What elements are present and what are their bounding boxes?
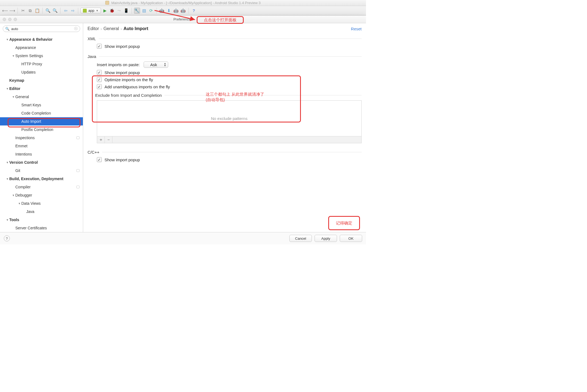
nav-build[interactable]: ▼Build, Execution, Deployment <box>0 175 83 183</box>
annotation-check-three-text-a: 这三个都勾上 从此世界就清净了 <box>206 92 264 97</box>
preferences-sidebar: 🔍 ⓧ ▼Appearance & Behavior Appearance ▼S… <box>0 23 83 232</box>
java-file-icon <box>105 1 109 5</box>
settings-content: XML ✓ Show import popup Java Insert impo… <box>83 34 366 232</box>
optimize-fly-label: Optimize imports on the fly <box>104 77 153 82</box>
avd-icon[interactable]: 🤖 <box>159 8 165 14</box>
nav-inspections[interactable]: Inspections <box>0 134 83 142</box>
nav-keymap[interactable]: Keymap <box>0 76 83 84</box>
optimize-fly-row[interactable]: ✓ Optimize imports on the fly <box>97 77 362 82</box>
copy-icon[interactable]: ⧉ <box>27 8 33 14</box>
traffic-lights[interactable] <box>3 18 17 21</box>
annotation-check-three-text-b: (自动导包) <box>206 97 225 103</box>
checkbox-checked-icon[interactable]: ✓ <box>97 44 102 49</box>
checkbox-checked-icon[interactable]: ✓ <box>97 70 102 75</box>
help-icon[interactable]: ? <box>191 8 197 14</box>
preferences-title: Preferences <box>173 17 193 21</box>
footer-help-icon[interactable]: ? <box>4 235 10 241</box>
nav-emmet[interactable]: Emmet <box>0 142 83 150</box>
device-icon[interactable]: 📱 <box>123 8 129 14</box>
zoom-out-icon[interactable]: 🔍 <box>52 8 58 14</box>
checkbox-checked-icon[interactable]: ✓ <box>97 84 102 89</box>
settings-wrench-icon[interactable]: 🔧 <box>134 8 140 14</box>
nav-editor[interactable]: ▼Editor <box>0 84 83 93</box>
nav-back-icon[interactable]: ⇦ <box>63 8 69 14</box>
ccpp-group-header: C/C++ <box>88 150 362 154</box>
run-config-select[interactable]: app ▼ <box>80 8 101 13</box>
app-titlebar: MainActivity.java - MyApplication - [~/D… <box>0 0 366 6</box>
apply-button[interactable]: Apply <box>315 235 337 242</box>
insert-paste-label: Insert imports on paste: <box>97 62 140 67</box>
android-icon <box>83 9 87 13</box>
debug-icon[interactable]: 🐞 <box>109 8 115 14</box>
project-structure-icon[interactable]: ▤ <box>141 8 147 14</box>
cancel-button[interactable]: Cancel <box>289 235 312 242</box>
nav-compiler[interactable]: Compiler <box>0 183 83 191</box>
nav-java[interactable]: Java <box>0 207 83 216</box>
preferences-window: Preferences 🔍 ⓧ ▼Appearance & Behavior A… <box>0 15 366 244</box>
sync-icon[interactable]: ⟳ <box>148 8 154 14</box>
java-show-popup-row[interactable]: ✓ Show import popup <box>97 70 362 75</box>
search-icon: 🔍 <box>5 27 10 31</box>
preferences-footer: ? Cancel Apply OK <box>0 232 366 244</box>
remove-exclude-button[interactable]: － <box>105 136 112 143</box>
nav-tools[interactable]: ▼Tools <box>0 216 83 224</box>
nav-git[interactable]: Git <box>0 166 83 175</box>
cut-icon[interactable]: ✂ <box>20 8 26 14</box>
preferences-titlebar: Preferences <box>0 16 366 23</box>
nav-general[interactable]: ▼General <box>0 93 83 101</box>
window-title: MainActivity.java - MyApplication - [~/D… <box>111 1 261 5</box>
java-group-header: Java <box>88 54 362 59</box>
add-exclude-button[interactable]: ＋ <box>97 136 105 143</box>
ccpp-show-popup-row[interactable]: ✓ Show import popup <box>97 157 362 162</box>
java-show-popup-label: Show import popup <box>104 70 140 75</box>
nav-auto-import[interactable]: Auto Import <box>0 117 83 125</box>
breadcrumb-general[interactable]: General <box>103 26 119 31</box>
search-input[interactable] <box>11 27 72 31</box>
exclude-empty-text: No exclude patterns <box>97 101 361 136</box>
run-icon[interactable]: ▶ <box>102 8 108 14</box>
profiler-icon[interactable]: ⤳ <box>116 8 122 14</box>
nav-code-completion[interactable]: Code Completion <box>0 109 83 117</box>
ccpp-show-popup-label: Show import popup <box>104 157 140 162</box>
chevron-down-icon: ▼ <box>96 9 98 12</box>
nav-data-views[interactable]: ▼Data Views <box>0 199 83 207</box>
chevron-right-icon: › <box>101 27 102 31</box>
ok-button[interactable]: OK <box>340 235 362 242</box>
nav-forward-icon[interactable]: ⇨ <box>70 8 76 14</box>
select-arrows-icon: ▲▼ <box>164 62 166 67</box>
exclude-list-box: No exclude patterns ＋ － <box>97 100 362 143</box>
android-monitor-icon[interactable]: 🤖 <box>173 8 179 14</box>
nav-updates[interactable]: Updates <box>0 68 83 76</box>
search-input-wrapper[interactable]: 🔍 ⓧ <box>3 25 80 32</box>
checkbox-checked-icon[interactable]: ✓ <box>97 157 102 162</box>
breadcrumb-current: Auto Import <box>123 26 148 31</box>
settings-nav-tree[interactable]: ▼Appearance & Behavior Appearance ▼Syste… <box>0 34 83 232</box>
xml-group-header: XML <box>88 36 362 41</box>
add-unambiguous-label: Add unambiguous imports on the fly <box>104 84 170 89</box>
add-unambiguous-row[interactable]: ✓ Add unambiguous imports on the fly <box>97 84 362 89</box>
zoom-in-icon[interactable]: 🔍 <box>45 8 51 14</box>
nav-smart-keys[interactable]: Smart Keys <box>0 101 83 109</box>
paste-icon[interactable]: 📋 <box>34 8 40 14</box>
nav-appearance-behavior[interactable]: ▼Appearance & Behavior <box>0 35 83 43</box>
nav-intentions[interactable]: Intentions <box>0 150 83 158</box>
breadcrumb-editor[interactable]: Editor <box>88 26 99 31</box>
preferences-content-panel: Editor › General › Auto Import Reset XML… <box>83 23 366 232</box>
nav-debugger[interactable]: ▼Debugger <box>0 191 83 199</box>
nav-system-settings[interactable]: ▼System Settings <box>0 52 83 60</box>
android-device-icon[interactable]: 🤖 <box>180 8 186 14</box>
nav-appearance[interactable]: Appearance <box>0 43 83 52</box>
xml-show-popup-row[interactable]: ✓ Show import popup <box>97 44 362 49</box>
back-arrow-icon[interactable]: ⟵ <box>2 8 8 14</box>
nav-server-certificates[interactable]: Server Certificates <box>0 224 83 232</box>
insert-paste-select[interactable]: Ask ▲▼ <box>144 62 168 68</box>
nav-http-proxy[interactable]: HTTP Proxy <box>0 60 83 68</box>
nav-version-control[interactable]: ▼Version Control <box>0 158 83 166</box>
nav-postfix-completion[interactable]: Postfix Completion <box>0 125 83 134</box>
forward-arrow-icon[interactable]: ⟶ <box>9 8 15 14</box>
insert-paste-value: Ask <box>150 62 157 67</box>
checkbox-checked-icon[interactable]: ✓ <box>97 77 102 82</box>
clear-search-icon[interactable]: ⓧ <box>74 26 78 31</box>
sdk-icon[interactable]: ⬇ <box>166 8 172 14</box>
reset-link[interactable]: Reset <box>351 27 362 31</box>
